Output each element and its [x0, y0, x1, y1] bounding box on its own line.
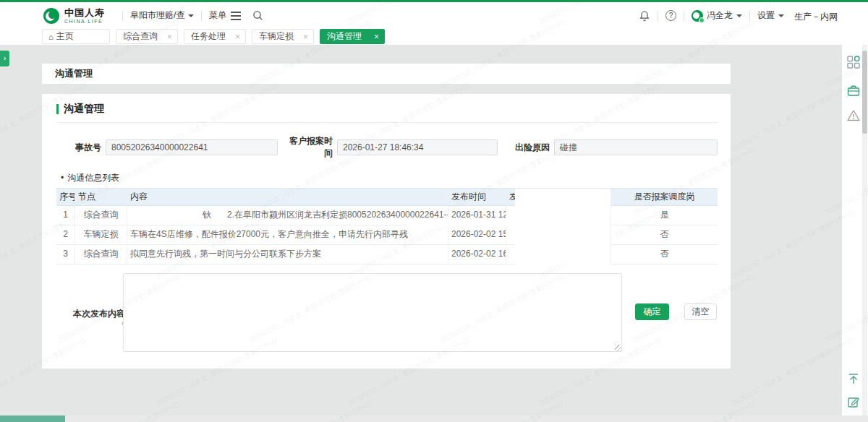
horizontal-scrollbar-thumb[interactable] — [0, 415, 65, 422]
home-icon — [48, 33, 54, 41]
tab-1[interactable]: 主页 — [42, 29, 110, 44]
cell-is-dispatch: 否 — [611, 245, 718, 264]
menu-label: 菜单 — [209, 9, 226, 22]
cell-node: 车辆定损 — [75, 225, 127, 244]
divider — [122, 11, 123, 21]
form-field-1: 事故号80052026340000022641 — [69, 139, 278, 155]
tab-label: 任务处理 — [184, 30, 235, 43]
org-selector[interactable]: 阜阳市理赔/查 — [130, 9, 194, 22]
communication-table: 序号节点内容发布时间发是否报案调度岗 1综合查询钬2.在阜阳市颍州区润龙吉利定损… — [56, 188, 718, 264]
right-toolbar — [842, 45, 868, 415]
cell-no: 1 — [56, 206, 75, 225]
table-row: 2车辆定损车辆在4S店维修，配件报价27000元，客户意向推全，申请先行内部寻残… — [56, 225, 718, 245]
settings-label: 设置 — [757, 9, 775, 22]
page-title: 沟通管理 — [55, 64, 731, 84]
edit-compose-icon[interactable] — [846, 395, 861, 409]
publish-content-textarea[interactable] — [123, 273, 622, 352]
briefcase-icon[interactable] — [846, 84, 861, 98]
user-menu[interactable]: 冯全龙 — [692, 9, 742, 22]
environment-label: 生产－内网 — [794, 11, 838, 23]
table-row: 1综合查询钬2.在阜阳市颍州区润龙吉利定损8005202634000002264… — [56, 206, 718, 225]
avatar — [692, 10, 703, 22]
chevron-down-icon — [188, 14, 194, 20]
cell-content: 钬2.在阜阳市颍州区润龙吉利定损80052026340000022641-- — [127, 206, 448, 225]
redaction-mask — [407, 218, 516, 228]
tab-4[interactable]: 车辆定损 — [252, 29, 314, 44]
cell-node: 综合查询 — [75, 245, 127, 264]
horizontal-scrollbar-track[interactable] — [0, 415, 868, 422]
tab-label: 综合查询 — [116, 30, 167, 43]
comm-list-title: 沟通信息列表 — [61, 172, 119, 184]
tab-label: 主页 — [54, 30, 109, 43]
cell-node: 综合查询 — [75, 206, 127, 225]
column-header: 是否报案调度岗 — [611, 189, 718, 205]
section-title: 沟通管理 — [64, 103, 104, 116]
tab-2[interactable]: 综合查询 — [116, 29, 178, 44]
field-input[interactable]: 80052026340000022641 — [106, 139, 278, 155]
cell-publish-time: 2026-02-02 15:13:54 — [448, 225, 506, 244]
watermark-text: 20260202_冯全龙_阜阳市理赔/查勘分P+O — [729, 82, 854, 155]
cell-no: 3 — [56, 245, 75, 264]
column-header: 节点 — [75, 189, 127, 205]
brand-name-en: CHINA LIFE — [64, 19, 105, 24]
tab-label: 车辆定损 — [252, 30, 303, 43]
close-icon[interactable] — [374, 32, 379, 42]
sidebar-expand-button[interactable] — [0, 51, 9, 66]
brand-name-cn: 中国人寿 — [64, 8, 105, 17]
field-input[interactable]: 碰撞 — [554, 139, 718, 155]
section-accent-bar — [56, 104, 59, 114]
brand-text: 中国人寿 CHINA LIFE — [64, 8, 105, 24]
app-window: 中国人寿 CHINA LIFE 阜阳市理赔/查 菜单 — [0, 0, 868, 422]
close-icon[interactable] — [303, 32, 308, 42]
close-icon[interactable] — [167, 32, 172, 42]
section-divider — [56, 122, 718, 123]
confirm-button[interactable]: 确定 — [635, 303, 669, 320]
org-label: 阜阳市理赔/查 — [130, 9, 184, 22]
table-header-row: 序号节点内容发布时间发是否报案调度岗 — [56, 188, 718, 206]
china-life-logo-icon — [43, 8, 59, 24]
form-field-2: 客户报案时间2026-01-27 18:46:34 — [286, 135, 498, 160]
field-input[interactable]: 2026-01-27 18:46:34 — [337, 139, 498, 155]
tab-5[interactable]: 沟通管理 — [320, 29, 385, 44]
divider — [684, 11, 684, 21]
field-label: 事故号 — [69, 142, 106, 154]
menu-button[interactable]: 菜单 — [209, 9, 241, 22]
communication-panel: 沟通管理 事故号80052026340000022641客户报案时间2026-0… — [42, 94, 731, 369]
tab-bar: 主页综合查询任务处理车辆定损沟通管理 — [0, 29, 868, 45]
tab-3[interactable]: 任务处理 — [184, 29, 246, 44]
warning-triangle-icon[interactable] — [846, 108, 861, 123]
chevron-down-icon — [736, 14, 742, 20]
form-field-3: 出险原因碰撞 — [511, 139, 718, 155]
publish-content-label: 本次发布内容* — [70, 308, 125, 330]
hamburger-icon — [231, 12, 241, 20]
table-body: 1综合查询钬2.在阜阳市颍州区润龙吉利定损8005202634000002264… — [56, 206, 718, 264]
divider — [658, 11, 658, 21]
close-icon[interactable] — [235, 32, 240, 42]
apps-grid-icon[interactable] — [846, 55, 861, 69]
table-row: 3综合查询拟同意先行询残，第一时间与分公司联系下步方案2026-02-02 16… — [56, 245, 718, 264]
app-header: 中国人寿 CHINA LIFE 阜阳市理赔/查 菜单 — [0, 2, 868, 29]
settings-menu[interactable]: 设置 — [757, 9, 784, 22]
chevron-down-icon — [778, 14, 784, 20]
search-icon[interactable] — [252, 10, 263, 21]
column-header: 内容 — [127, 189, 448, 205]
section-header: 沟通管理 — [56, 103, 104, 116]
help-icon[interactable] — [665, 10, 676, 21]
watermark-text: 20260202_冯全龙_阜阳市理赔/查勘分P+O — [729, 209, 854, 282]
back-to-top-icon[interactable] — [846, 371, 861, 386]
clear-button[interactable]: 清空 — [684, 303, 717, 320]
vertical-scrollbar-thumb[interactable] — [862, 51, 867, 134]
cell-is-dispatch: 是 — [611, 206, 718, 225]
column-header: 序号 — [56, 189, 75, 205]
redaction-mask — [515, 189, 610, 264]
page-title-card: 沟通管理 — [42, 64, 731, 84]
resize-grip[interactable] — [615, 345, 621, 351]
field-label: 客户报案时间 — [286, 135, 337, 160]
user-name: 冯全龙 — [707, 9, 733, 22]
notification-bell-icon[interactable] — [639, 10, 650, 22]
divider — [749, 11, 750, 21]
content-visible-fragment: 钬 — [203, 210, 211, 220]
field-label: 出险原因 — [511, 142, 554, 154]
divider — [201, 11, 202, 21]
claim-info-form: 事故号80052026340000022641客户报案时间2026-01-27 … — [69, 135, 718, 160]
